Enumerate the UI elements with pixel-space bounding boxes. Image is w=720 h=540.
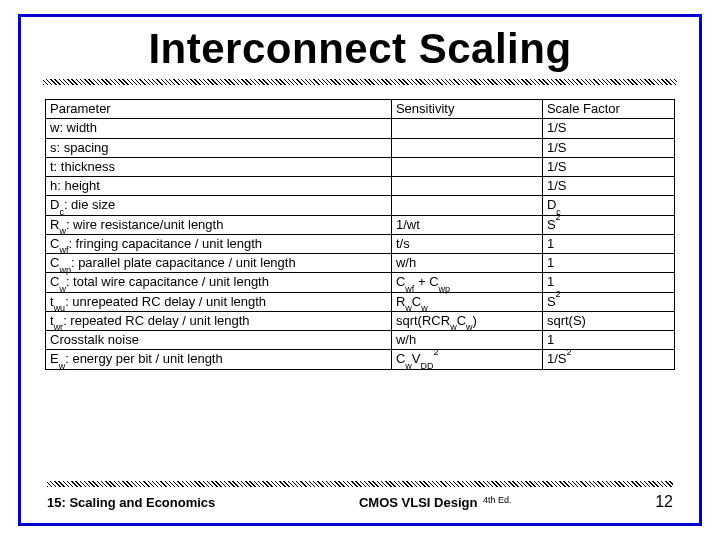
slide-footer: 15: Scaling and Economics CMOS VLSI Desi…: [21, 481, 699, 511]
title-divider: [43, 79, 677, 85]
table-cell: Rw: wire resistance/unit length: [46, 215, 392, 234]
scaling-table: ParameterSensitivityScale Factorw: width…: [45, 99, 675, 370]
table-cell: 1/S: [542, 119, 674, 138]
footer-row: 15: Scaling and Economics CMOS VLSI Desi…: [47, 493, 673, 511]
scaling-table-wrap: ParameterSensitivityScale Factorw: width…: [45, 99, 675, 370]
table-cell: 1: [542, 254, 674, 273]
table-row: Cw: total wire capacitance / unit length…: [46, 273, 675, 292]
table-cell: Dc: die size: [46, 196, 392, 215]
footer-page-number: 12: [655, 493, 673, 511]
table-cell: Cwf: fringing capacitance / unit length: [46, 234, 392, 253]
table-cell: [391, 196, 542, 215]
slide-title: Interconnect Scaling: [21, 25, 699, 73]
table-cell: s: spacing: [46, 138, 392, 157]
table-row: h: height1/S: [46, 177, 675, 196]
table-cell: Ew: energy per bit / unit length: [46, 350, 392, 369]
table-header-cell: Scale Factor: [542, 100, 674, 119]
table-cell: [391, 119, 542, 138]
table-header-row: ParameterSensitivityScale Factor: [46, 100, 675, 119]
table-row: twu: unrepeated RC delay / unit lengthRw…: [46, 292, 675, 311]
table-row: s: spacing1/S: [46, 138, 675, 157]
table-cell: [391, 177, 542, 196]
table-header-cell: Sensitivity: [391, 100, 542, 119]
table-row: Ew: energy per bit / unit lengthCwVDD21/…: [46, 350, 675, 369]
table-cell: 1: [542, 331, 674, 350]
table-cell: Cw: total wire capacitance / unit length: [46, 273, 392, 292]
table-cell: t: thickness: [46, 157, 392, 176]
footer-book: CMOS VLSI Design 4th Ed.: [359, 495, 512, 510]
table-cell: w/h: [391, 331, 542, 350]
slide-frame: Interconnect Scaling ParameterSensitivit…: [18, 14, 702, 526]
table-cell: Crosstalk noise: [46, 331, 392, 350]
table-cell: 1: [542, 234, 674, 253]
footer-book-title: CMOS VLSI Design: [359, 495, 477, 510]
table-cell: Dc: [542, 196, 674, 215]
table-cell: [391, 138, 542, 157]
table-cell: Cwp: parallel plate capacitance / unit l…: [46, 254, 392, 273]
table-cell: w/h: [391, 254, 542, 273]
table-cell: twu: unrepeated RC delay / unit length: [46, 292, 392, 311]
table-cell: t/s: [391, 234, 542, 253]
table-cell: 1/S: [542, 138, 674, 157]
table-row: t: thickness1/S: [46, 157, 675, 176]
table-cell: h: height: [46, 177, 392, 196]
table-cell: 1/wt: [391, 215, 542, 234]
table-row: Cwp: parallel plate capacitance / unit l…: [46, 254, 675, 273]
table-cell: RwCw: [391, 292, 542, 311]
table-cell: Cwf + Cwp: [391, 273, 542, 292]
table-row: Rw: wire resistance/unit length1/wtS2: [46, 215, 675, 234]
table-cell: sqrt(S): [542, 311, 674, 330]
table-cell: [391, 157, 542, 176]
table-cell: w: width: [46, 119, 392, 138]
table-row: twr: repeated RC delay / unit lengthsqrt…: [46, 311, 675, 330]
footer-divider: [47, 481, 673, 487]
table-cell: 1/S2: [542, 350, 674, 369]
table-row: w: width1/S: [46, 119, 675, 138]
footer-chapter: 15: Scaling and Economics: [47, 495, 215, 510]
table-row: Cwf: fringing capacitance / unit lengtht…: [46, 234, 675, 253]
table-cell: S2: [542, 292, 674, 311]
table-cell: 1: [542, 273, 674, 292]
table-cell: twr: repeated RC delay / unit length: [46, 311, 392, 330]
table-row: Crosstalk noisew/h1: [46, 331, 675, 350]
footer-edition: 4th Ed.: [483, 495, 512, 505]
table-cell: 1/S: [542, 157, 674, 176]
table-cell: 1/S: [542, 177, 674, 196]
table-cell: sqrt(RCRwCw): [391, 311, 542, 330]
table-row: Dc: die sizeDc: [46, 196, 675, 215]
table-header-cell: Parameter: [46, 100, 392, 119]
table-cell: CwVDD2: [391, 350, 542, 369]
table-cell: S2: [542, 215, 674, 234]
